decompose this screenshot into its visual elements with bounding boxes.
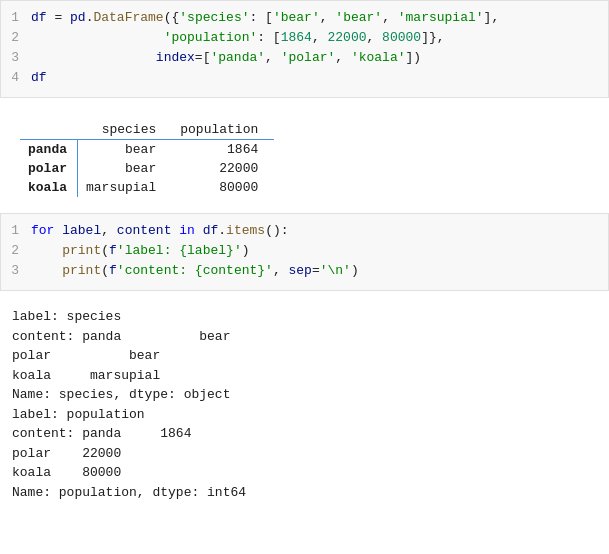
code-block-1: 1 df = pd.DataFrame({'species': ['bear',… <box>0 0 609 98</box>
code-content-2-3: print(f'content: {content}', sep='\n') <box>31 263 598 278</box>
line-number-4: 4 <box>1 70 31 85</box>
col-header-species: species <box>78 120 173 140</box>
line-number-2: 2 <box>1 30 31 45</box>
row-population-panda: 1864 <box>172 140 274 160</box>
code-content-1: df = pd.DataFrame({'species': ['bear', '… <box>31 10 598 25</box>
line-number-2-2: 2 <box>1 243 31 258</box>
code-content-2-2: print(f'label: {label}') <box>31 243 598 258</box>
code-content-4: df <box>31 70 598 85</box>
code-content-2-1: for label, content in df.items(): <box>31 223 598 238</box>
code-line-3: 3 index=['panda', 'polar', 'koala']) <box>1 49 608 69</box>
line-number-3: 3 <box>1 50 31 65</box>
table-row: polar bear 22000 <box>20 159 274 178</box>
code-line-4: 4 df <box>1 69 608 89</box>
row-population-koala: 80000 <box>172 178 274 197</box>
line-number-2-3: 3 <box>1 263 31 278</box>
code-line-1: 1 df = pd.DataFrame({'species': ['bear',… <box>1 9 608 29</box>
table-row: koala marsupial 80000 <box>20 178 274 197</box>
line-number-2-1: 1 <box>1 223 31 238</box>
row-species-koala: marsupial <box>78 178 173 197</box>
output-block: label: species content: panda bear polar… <box>0 303 609 510</box>
code-content-2: 'population': [1864, 22000, 80000]}, <box>31 30 598 45</box>
code-line-2-3: 3 print(f'content: {content}', sep='\n') <box>1 262 608 282</box>
row-index-polar: polar <box>20 159 78 178</box>
row-population-polar: 22000 <box>172 159 274 178</box>
code-line-2-1: 1 for label, content in df.items(): <box>1 222 608 242</box>
dataframe-table: species population panda bear 1864 polar… <box>20 120 274 197</box>
code-line-2-2: 2 print(f'label: {label}') <box>1 242 608 262</box>
code-content-3: index=['panda', 'polar', 'koala']) <box>31 50 598 65</box>
dataframe-output: species population panda bear 1864 polar… <box>0 110 609 213</box>
line-number-1: 1 <box>1 10 31 25</box>
table-header-row: species population <box>20 120 274 140</box>
col-header-index <box>20 120 78 140</box>
col-header-population: population <box>172 120 274 140</box>
table-row: panda bear 1864 <box>20 140 274 160</box>
row-index-panda: panda <box>20 140 78 160</box>
row-species-panda: bear <box>78 140 173 160</box>
row-species-polar: bear <box>78 159 173 178</box>
code-block-2: 1 for label, content in df.items(): 2 pr… <box>0 213 609 291</box>
row-index-koala: koala <box>20 178 78 197</box>
code-line-2: 2 'population': [1864, 22000, 80000]}, <box>1 29 608 49</box>
